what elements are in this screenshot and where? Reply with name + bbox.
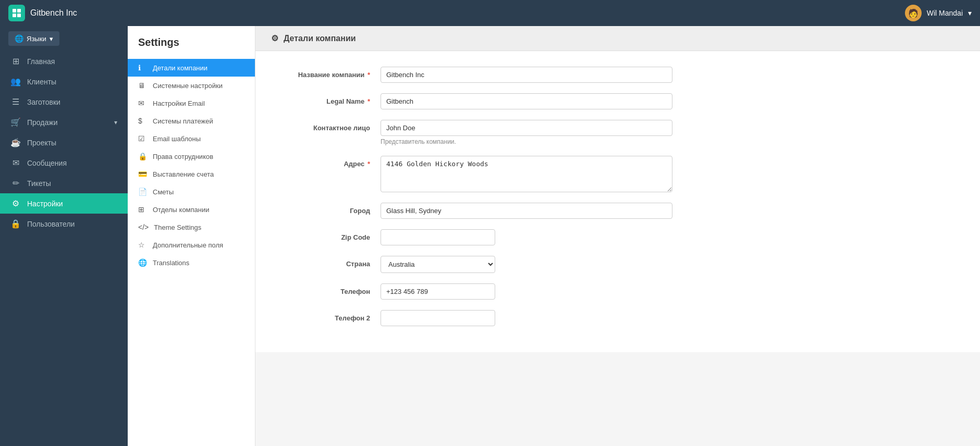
form-row-phone: Телефон	[276, 283, 959, 300]
avatar: 🧑	[905, 5, 922, 21]
email-icon: ✉	[138, 99, 148, 107]
city-input[interactable]	[381, 203, 672, 219]
invoice-icon: 💳	[138, 170, 148, 178]
settings-menu-label-company: Детали компании	[153, 64, 207, 72]
sidebar-label-settings: Настройки	[27, 200, 63, 208]
star-icon: ☆	[138, 241, 148, 249]
form-area: ⚙ Детали компании Название компании * Le…	[255, 26, 980, 446]
settings-menu-payments[interactable]: $ Системы платежей	[128, 112, 255, 130]
form-header: ⚙ Детали компании	[255, 26, 980, 51]
templates-icon: ☰	[10, 97, 21, 107]
settings-menu-extra-fields[interactable]: ☆ Дополнительные поля	[128, 236, 255, 254]
settings-menu-email-templates[interactable]: ☑ Email шаблоны	[128, 130, 255, 147]
staff-lock-icon: 🔒	[138, 152, 148, 160]
topbar-left: Gitbench Inc	[8, 5, 77, 21]
address-textarea[interactable]	[381, 156, 672, 192]
zip-label: Zip Code	[276, 229, 381, 241]
sidebar-item-tickets[interactable]: ✏ Тикеты	[0, 173, 128, 193]
required-star: *	[368, 71, 370, 79]
country-select[interactable]: Australia United States United Kingdom G…	[381, 256, 495, 273]
phone-input[interactable]	[381, 283, 495, 300]
home-icon: ⊞	[10, 56, 21, 66]
settings-sidebar: Settings ℹ Детали компании 🖥 Системные н…	[128, 26, 255, 446]
info-icon: ℹ	[138, 64, 148, 72]
sidebar-label-home: Главная	[27, 57, 55, 66]
sidebar: 🌐 Языки ▾ ⊞ Главная 👥 Клиенты ☰ Заготовк…	[0, 26, 128, 446]
contact-person-label: Контактное лицо	[276, 120, 381, 132]
settings-menu-invoicing[interactable]: 💳 Выставление счета	[128, 165, 255, 183]
form-header-icon: ⚙	[271, 33, 278, 43]
svg-rect-2	[13, 14, 16, 17]
address-label: Адрес *	[276, 156, 381, 168]
legal-name-label: Legal Name *	[276, 93, 381, 105]
settings-title: Settings	[128, 36, 255, 59]
dollar-icon: $	[138, 117, 148, 125]
contact-field-wrapper: Представитель компании.	[381, 120, 672, 145]
form-row-address: Адрес *	[276, 156, 959, 192]
chevron-down-icon: ▾	[968, 9, 972, 17]
city-label: Город	[276, 203, 381, 215]
phone2-label: Телефон 2	[276, 310, 381, 322]
sidebar-item-settings[interactable]: ⚙ Настройки	[0, 193, 128, 214]
form-row-zip: Zip Code	[276, 229, 959, 245]
sidebar-label-projects: Проекты	[27, 139, 56, 147]
sidebar-item-sales[interactable]: 🛒 Продажи ▾	[0, 112, 128, 132]
sidebar-item-home[interactable]: ⊞ Главная	[0, 51, 128, 71]
required-star-2: *	[368, 97, 370, 105]
settings-menu-label-payments: Системы платежей	[153, 117, 213, 125]
sidebar-item-messages[interactable]: ✉ Сообщения	[0, 153, 128, 173]
checkbox-icon: ☑	[138, 134, 148, 143]
translations-icon: 🌐	[138, 258, 148, 267]
content-area: Settings ℹ Детали компании 🖥 Системные н…	[128, 26, 980, 446]
app-logo	[8, 5, 25, 21]
language-button[interactable]: 🌐 Языки ▾	[8, 31, 59, 46]
form-row-company-name: Название компании *	[276, 67, 959, 83]
lock-icon: 🔒	[10, 219, 21, 229]
user-name: Wil Mandai	[927, 9, 963, 17]
contact-person-input[interactable]	[381, 120, 672, 136]
settings-menu-label-depts: Отделы компании	[153, 206, 210, 214]
settings-menu-label-extra: Дополнительные поля	[153, 241, 223, 249]
globe-icon: 🌐	[15, 34, 23, 43]
depts-icon: ⊞	[138, 205, 148, 214]
company-name-label: Название компании *	[276, 67, 381, 79]
sidebar-item-templates[interactable]: ☰ Заготовки	[0, 92, 128, 112]
sidebar-label-clients: Клиенты	[27, 78, 56, 86]
settings-menu-label-email: Настройки Email	[153, 100, 205, 107]
form-row-country: Страна Australia United States United Ki…	[276, 256, 959, 273]
settings-menu-translations[interactable]: 🌐 Translations	[128, 254, 255, 271]
settings-menu-estimates[interactable]: 📄 Сметы	[128, 183, 255, 201]
theme-icon: </>	[138, 223, 149, 231]
user-menu[interactable]: 🧑 Wil Mandai ▾	[905, 5, 972, 21]
tickets-icon: ✏	[10, 178, 21, 188]
zip-input[interactable]	[381, 229, 495, 245]
contact-person-hint: Представитель компании.	[381, 138, 672, 145]
settings-menu-staff-rights[interactable]: 🔒 Права сотрудников	[128, 147, 255, 165]
settings-menu-label-staff: Права сотрудников	[153, 153, 213, 160]
messages-icon: ✉	[10, 158, 21, 168]
settings-menu-system[interactable]: 🖥 Системные настройки	[128, 77, 255, 94]
settings-menu-label-email-templates: Email шаблоны	[153, 135, 201, 143]
legal-name-input[interactable]	[381, 93, 672, 109]
company-name-input[interactable]	[381, 67, 672, 83]
sidebar-item-clients[interactable]: 👥 Клиенты	[0, 71, 128, 92]
svg-rect-0	[13, 9, 16, 13]
country-label: Страна	[276, 256, 381, 268]
projects-icon: ☕	[10, 138, 21, 147]
settings-menu-depts[interactable]: ⊞ Отделы компании	[128, 201, 255, 218]
phone2-input[interactable]	[381, 310, 495, 326]
settings-menu-theme[interactable]: </> Theme Settings	[128, 218, 255, 236]
settings-menu-company-details[interactable]: ℹ Детали компании	[128, 59, 255, 77]
clients-icon: 👥	[10, 77, 21, 86]
settings-menu-label-theme: Theme Settings	[154, 224, 201, 231]
svg-rect-1	[17, 9, 21, 13]
settings-menu-label-system: Системные настройки	[153, 82, 223, 90]
sidebar-item-projects[interactable]: ☕ Проекты	[0, 132, 128, 153]
lang-chevron-icon: ▾	[50, 35, 53, 43]
sidebar-item-users[interactable]: 🔒 Пользователи	[0, 214, 128, 234]
required-star-3: *	[368, 160, 370, 168]
settings-menu-email[interactable]: ✉ Настройки Email	[128, 94, 255, 112]
settings-menu-label-estimates: Сметы	[153, 188, 174, 196]
svg-rect-3	[17, 14, 21, 17]
phone-label: Телефон	[276, 283, 381, 295]
